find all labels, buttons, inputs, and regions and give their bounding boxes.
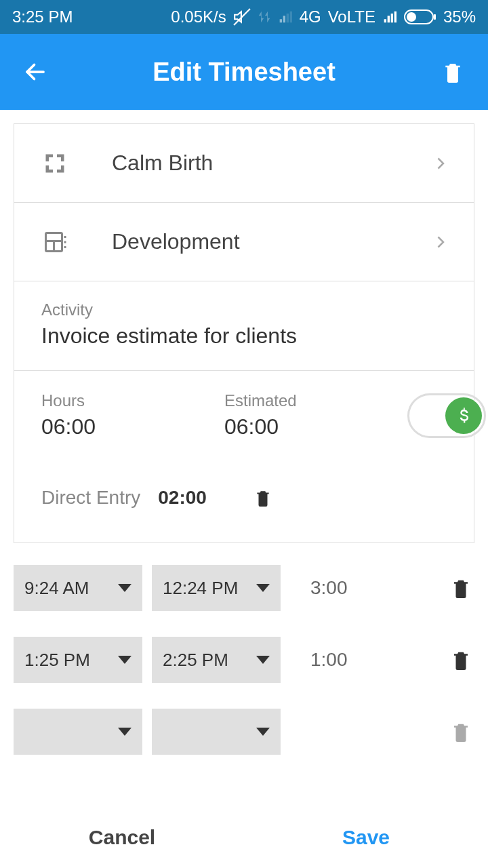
start-time-dropdown[interactable]: 1:25 PM (14, 637, 142, 683)
activity-row[interactable]: Activity Invoice estimate for clients (14, 281, 474, 371)
signal-icon-2 (382, 10, 397, 24)
svg-rect-2 (434, 14, 436, 20)
status-time: 3:25 PM (12, 7, 73, 26)
entry-delete[interactable] (447, 648, 474, 671)
activity-value: Invoice estimate for clients (41, 323, 447, 349)
end-time-dropdown[interactable]: 2:25 PM (152, 637, 281, 683)
back-button[interactable] (20, 57, 50, 87)
svg-rect-3 (407, 12, 416, 22)
footer: Cancel Save (0, 807, 488, 868)
entry-duration: 1:00 (290, 649, 438, 671)
hours-value: 06:00 (41, 414, 224, 439)
caret-down-icon (118, 656, 131, 664)
project-row[interactable]: Calm Birth (14, 124, 474, 203)
page-title: Edit Timesheet (50, 58, 438, 87)
task-row[interactable]: Development (14, 203, 474, 281)
entry-delete[interactable] (447, 576, 474, 599)
time-entry: 1:25 PM 2:25 PM 1:00 (14, 637, 474, 683)
time-entry (14, 709, 474, 755)
caret-down-icon (118, 584, 131, 592)
data-icon (258, 10, 271, 24)
mute-icon (233, 8, 251, 26)
start-time-dropdown[interactable]: 9:24 AM (14, 565, 142, 611)
billable-toggle[interactable] (407, 393, 486, 438)
status-volte: VoLTE (328, 7, 375, 26)
time-entries: 9:24 AM 12:24 PM 3:00 1:25 PM 2:25 PM 1:… (0, 565, 488, 755)
end-time-dropdown[interactable]: 12:24 PM (152, 565, 281, 611)
status-speed: 0.05K/s (171, 7, 226, 26)
caret-down-icon (118, 728, 131, 736)
chevron-right-icon (433, 232, 447, 252)
caret-down-icon (256, 656, 270, 664)
dollar-icon (445, 397, 482, 434)
direct-entry-value: 02:00 (158, 487, 207, 509)
status-bar: 3:25 PM 0.05K/s 4G VoLTE 35% (0, 0, 488, 34)
battery-icon (404, 9, 436, 24)
hours-label: Hours (41, 391, 224, 410)
end-time-dropdown[interactable] (152, 709, 281, 755)
estimated-label: Estimated (224, 391, 407, 410)
task-label: Development (112, 229, 433, 254)
hours-section: Hours 06:00 Estimated 06:00 Direct Entry (14, 371, 474, 542)
activity-label: Activity (41, 300, 447, 319)
caret-down-icon (256, 728, 270, 736)
delete-button[interactable] (438, 57, 468, 87)
timesheet-card: Calm Birth Development Activity Invoice … (14, 123, 474, 543)
app-bar: Edit Timesheet (0, 34, 488, 110)
chevron-right-icon (433, 153, 447, 174)
estimated-value: 06:00 (224, 414, 407, 439)
task-icon (41, 229, 68, 256)
project-icon (41, 150, 68, 177)
entry-duration: 3:00 (290, 577, 438, 599)
project-label: Calm Birth (112, 151, 433, 176)
direct-entry-label: Direct Entry (41, 487, 140, 509)
caret-down-icon (256, 584, 270, 592)
cancel-button[interactable]: Cancel (0, 807, 244, 868)
status-net: 4G (300, 7, 321, 26)
direct-entry-delete[interactable] (254, 488, 272, 508)
signal-icon-1 (278, 10, 293, 24)
time-entry: 9:24 AM 12:24 PM 3:00 (14, 565, 474, 611)
save-button[interactable]: Save (244, 807, 488, 868)
status-battery: 35% (443, 7, 476, 26)
entry-delete[interactable] (447, 720, 474, 743)
start-time-dropdown[interactable] (14, 709, 142, 755)
